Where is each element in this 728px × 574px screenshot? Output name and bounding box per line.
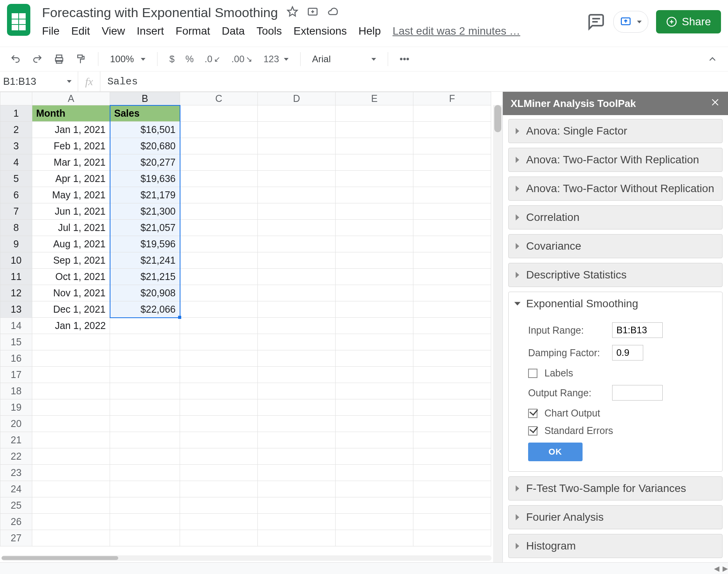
- labels-checkbox[interactable]: [528, 369, 537, 378]
- cell[interactable]: [110, 334, 180, 350]
- cell[interactable]: [413, 187, 491, 203]
- cell[interactable]: [110, 318, 180, 334]
- cell[interactable]: [336, 154, 413, 171]
- ok-button[interactable]: OK: [528, 443, 583, 461]
- cell[interactable]: [110, 448, 180, 465]
- increase-decimal-button[interactable]: .00↘: [228, 51, 256, 67]
- row-header[interactable]: 25: [0, 497, 32, 514]
- menu-tools[interactable]: Tools: [256, 25, 282, 37]
- cell[interactable]: [413, 481, 491, 497]
- cell[interactable]: [336, 203, 413, 220]
- row-header[interactable]: 16: [0, 350, 32, 367]
- cell[interactable]: [336, 530, 413, 546]
- cell[interactable]: [413, 383, 491, 399]
- menu-help[interactable]: Help: [359, 25, 381, 37]
- cell[interactable]: [413, 122, 491, 138]
- horizontal-scrollbar[interactable]: [2, 555, 492, 561]
- row-header[interactable]: 22: [0, 448, 32, 465]
- more-formatting-button[interactable]: •••: [396, 51, 413, 67]
- cell[interactable]: Dec 1, 2021: [32, 301, 110, 318]
- cell[interactable]: [258, 171, 336, 187]
- cell[interactable]: [258, 236, 336, 252]
- accordion-item-before-2[interactable]: Anova: Two-Factor Without Replication: [508, 177, 723, 201]
- close-icon[interactable]: [710, 97, 720, 110]
- cell[interactable]: [180, 399, 258, 416]
- nav-left-icon[interactable]: ◀: [714, 564, 719, 573]
- redo-button[interactable]: [28, 51, 47, 67]
- cell[interactable]: [110, 399, 180, 416]
- column-header-D[interactable]: D: [258, 92, 336, 105]
- accordion-item-after-0[interactable]: F-Test Two-Sample for Variances: [508, 476, 723, 500]
- paint-format-button[interactable]: [72, 51, 90, 67]
- sheets-logo-icon[interactable]: [7, 4, 30, 36]
- cell[interactable]: [180, 530, 258, 546]
- cell[interactable]: Jan 1, 2022: [32, 318, 110, 334]
- cell[interactable]: [413, 465, 491, 481]
- undo-button[interactable]: [6, 51, 25, 67]
- cell[interactable]: [258, 122, 336, 138]
- cell[interactable]: [336, 334, 413, 350]
- cell[interactable]: [258, 383, 336, 399]
- formula-input[interactable]: Sales: [100, 76, 138, 88]
- cell[interactable]: [413, 367, 491, 383]
- document-title[interactable]: Forecasting with Exponential Smoothing: [42, 5, 278, 20]
- cell[interactable]: Oct 1, 2021: [32, 269, 110, 285]
- cell[interactable]: [336, 318, 413, 334]
- cell[interactable]: [413, 154, 491, 171]
- cell[interactable]: [32, 530, 110, 546]
- cloud-status-icon[interactable]: [327, 6, 339, 19]
- column-header-F[interactable]: F: [413, 92, 491, 105]
- row-header[interactable]: 3: [0, 138, 32, 154]
- cell[interactable]: [32, 350, 110, 367]
- cell[interactable]: [413, 399, 491, 416]
- cell[interactable]: [180, 318, 258, 334]
- cell[interactable]: [258, 399, 336, 416]
- print-button[interactable]: [50, 51, 68, 67]
- row-header[interactable]: 26: [0, 514, 32, 530]
- cell[interactable]: [336, 236, 413, 252]
- menu-format[interactable]: Format: [176, 25, 210, 37]
- accordion-item-after-2[interactable]: Histogram: [508, 534, 723, 558]
- zoom-select[interactable]: 100%: [106, 51, 149, 67]
- cell[interactable]: [32, 481, 110, 497]
- cell[interactable]: [336, 416, 413, 432]
- cell[interactable]: [413, 220, 491, 236]
- input-range-field[interactable]: [612, 322, 663, 338]
- row-header[interactable]: 19: [0, 399, 32, 416]
- cell[interactable]: $16,501: [110, 122, 180, 138]
- cell[interactable]: [180, 416, 258, 432]
- cell[interactable]: [413, 514, 491, 530]
- comments-icon[interactable]: [587, 12, 606, 31]
- move-icon[interactable]: [307, 6, 318, 19]
- cell[interactable]: $20,908: [110, 285, 180, 301]
- cell[interactable]: [110, 530, 180, 546]
- cell[interactable]: [258, 138, 336, 154]
- cell[interactable]: [413, 138, 491, 154]
- row-header[interactable]: 12: [0, 285, 32, 301]
- cell[interactable]: [180, 203, 258, 220]
- cell[interactable]: [336, 481, 413, 497]
- cell[interactable]: [110, 383, 180, 399]
- row-header[interactable]: 15: [0, 334, 32, 350]
- cell[interactable]: [180, 350, 258, 367]
- cell[interactable]: [413, 530, 491, 546]
- standard-errors-checkbox[interactable]: [528, 426, 537, 436]
- cell[interactable]: [413, 448, 491, 465]
- row-header[interactable]: 18: [0, 383, 32, 399]
- cell[interactable]: [110, 367, 180, 383]
- cell[interactable]: Nov 1, 2021: [32, 285, 110, 301]
- cell[interactable]: [258, 350, 336, 367]
- cell[interactable]: [413, 236, 491, 252]
- cell[interactable]: [258, 203, 336, 220]
- format-percent-button[interactable]: %: [182, 51, 198, 67]
- cell[interactable]: [336, 465, 413, 481]
- cell[interactable]: [336, 285, 413, 301]
- cell[interactable]: [32, 399, 110, 416]
- cell[interactable]: [110, 465, 180, 481]
- cell[interactable]: $20,680: [110, 138, 180, 154]
- cell[interactable]: [180, 514, 258, 530]
- cell[interactable]: [336, 432, 413, 448]
- cell[interactable]: [336, 497, 413, 514]
- row-header[interactable]: 20: [0, 416, 32, 432]
- cell[interactable]: [110, 416, 180, 432]
